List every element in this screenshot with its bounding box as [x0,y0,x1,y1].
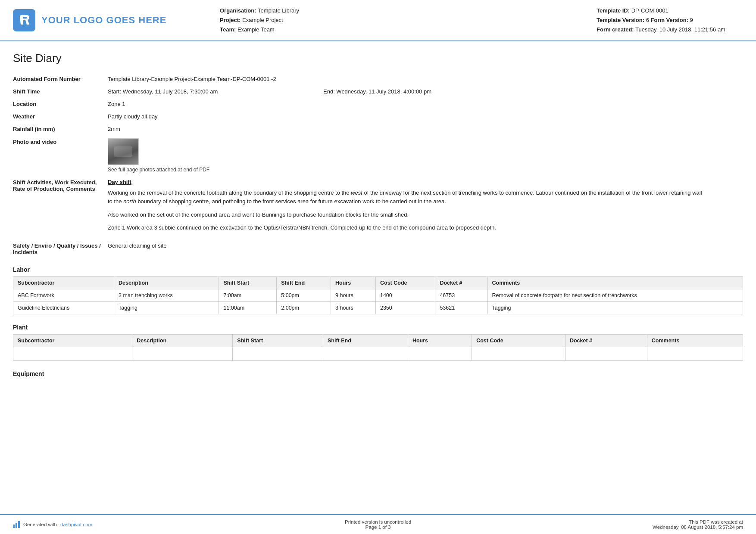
dashpivot-icon [13,521,20,528]
labor-col-description: Description [114,276,219,289]
labor-cell-0-6: 46753 [435,289,487,301]
form-created-value: Tuesday, 10 July 2018, 11:21:56 am [635,26,725,33]
location-value: Zone 1 [108,98,743,110]
footer-left: Generated with dashpivot.com [13,521,256,528]
labor-cell-0-3: 5:00pm [277,289,331,301]
template-version-label: Template Version: [597,17,644,23]
location-row: Location Zone 1 [13,98,743,110]
plant-header-row: Subcontractor Description Shift Start Sh… [13,334,743,347]
labor-col-shift-start: Shift Start [219,276,277,289]
shift-time-label: Shift Time [13,85,108,98]
labor-col-shift-end: Shift End [277,276,331,289]
template-id-row: Template ID: DP-COM-0001 [597,6,743,16]
equipment-section-heading: Equipment [13,370,743,377]
page-title: Site Diary [13,52,743,65]
labor-table: Subcontractor Description Shift Start Sh… [13,276,743,314]
plant-col-docket: Docket # [565,334,647,347]
logo-text: YOUR LOGO GOES HERE [41,15,166,26]
footer-right-line2: Wednesday, 08 August 2018, 5:57:24 pm [500,525,743,530]
weather-label: Weather [13,110,108,123]
org-row: Organisation: Template Library [220,6,597,16]
plant-cell-2 [132,347,233,360]
rainfall-row: Rainfall (in mm) 2mm [13,123,743,135]
activity-para3: Zone 1 Work area 3 subbie continued on t… [108,224,703,232]
header-middle: Organisation: Template Library Project: … [194,6,597,34]
labor-cell-1-5: 2350 [375,301,435,314]
logo-svg [17,13,31,27]
activity-heading: Day shift [108,179,734,185]
labor-cell-1-4: 3 hours [331,301,376,314]
weather-row: Weather Partly cloudy all day [13,110,743,123]
template-id-label: Template ID: [597,7,630,14]
safety-value: General cleaning of site [108,239,743,258]
plant-col-shift-end: Shift End [323,334,408,347]
labor-cell-1-3: 2:00pm [277,301,331,314]
plant-col-description: Description [132,334,233,347]
template-id-value: DP-COM-0001 [631,7,669,14]
project-label: Project: [220,17,241,23]
team-value: Example Team [237,26,275,33]
generated-label: Generated with [23,522,57,527]
labor-cell-1-6: 53621 [435,301,487,314]
shift-end-value: End: Wednesday, 11 July 2018, 4:00:00 pm [323,85,743,98]
org-label: Organisation: [220,7,256,14]
activity-para1: Working on the removal of the concrete f… [108,189,703,206]
plant-cell-3 [233,347,323,360]
activity-para2: Also worked on the set out of the compou… [108,211,703,219]
project-row: Project: Example Project [220,16,597,25]
plant-cell-1 [13,347,132,360]
labor-cell-1-7: Tagging [487,301,743,314]
labor-cell-1-2: 11:00am [219,301,277,314]
plant-cell-5 [408,347,472,360]
header-right: Template ID: DP-COM-0001 Template Versio… [597,6,743,34]
activity-cell: Day shift Working on the removal of the … [108,176,743,239]
form-version-value: 9 [690,17,693,23]
project-value: Example Project [242,17,283,23]
plant-table-body [13,347,743,360]
labor-cell-1-0: Guideline Electricians [13,301,114,314]
rainfall-label: Rainfall (in mm) [13,123,108,135]
plant-col-cost-code: Cost Code [472,334,565,347]
automated-form-row: Automated Form Number Template Library-E… [13,73,743,85]
team-row: Team: Example Team [220,25,597,34]
form-created-row: Form created: Tuesday, 10 July 2018, 11:… [597,25,743,34]
page-footer: Generated with dashpivot.com Printed ver… [0,514,756,534]
labor-row-0: ABC Formwork3 man trenching works7:00am5… [13,289,743,301]
labor-table-body: ABC Formwork3 man trenching works7:00am5… [13,289,743,314]
photo-row: Photo and video See full page photos att… [13,135,743,176]
automated-form-value: Template Library-Example Project-Example… [108,73,743,85]
plant-col-subcontractor: Subcontractor [13,334,132,347]
labor-cell-0-1: 3 man trenching works [114,289,219,301]
template-version-value: 6 [646,17,649,23]
labor-col-comments: Comments [487,276,743,289]
info-table: Automated Form Number Template Library-E… [13,73,743,258]
labor-cell-0-5: 1400 [375,289,435,301]
labor-table-header: Subcontractor Description Shift Start Sh… [13,276,743,289]
plant-cell-7 [565,347,647,360]
photo-image [108,139,138,165]
footer-center: Printed version is uncontrolled Page 1 o… [256,519,500,530]
italic-north: north [123,198,136,205]
safety-row: Safety / Enviro / Quality / Issues / Inc… [13,239,743,258]
shift-start-value: Start: Wednesday, 11 July 2018, 7:30:00 … [108,85,323,98]
labor-col-docket: Docket # [435,276,487,289]
footer-right-line1: This PDF was created at [500,519,743,525]
labor-col-subcontractor: Subcontractor [13,276,114,289]
labor-cell-0-4: 9 hours [331,289,376,301]
labor-cell-1-1: Tagging [114,301,219,314]
team-label: Team: [220,26,236,33]
labor-col-hours: Hours [331,276,376,289]
page-header: YOUR LOGO GOES HERE Organisation: Templa… [0,0,756,41]
photo-cell: See full page photos attached at end of … [108,135,743,176]
org-value: Template Library [258,7,299,14]
footer-center-line1: Printed version is uncontrolled [256,519,500,525]
photo-label: Photo and video [13,135,108,176]
labor-col-cost-code: Cost Code [375,276,435,289]
plant-table-header: Subcontractor Description Shift Start Sh… [13,334,743,347]
plant-empty-row [13,347,743,360]
form-version-label: Form Version: [651,17,688,23]
dashpivot-link[interactable]: dashpivot.com [60,522,92,527]
plant-col-shift-start: Shift Start [233,334,323,347]
form-created-label: Form created: [597,26,634,33]
plant-cell-6 [472,347,565,360]
